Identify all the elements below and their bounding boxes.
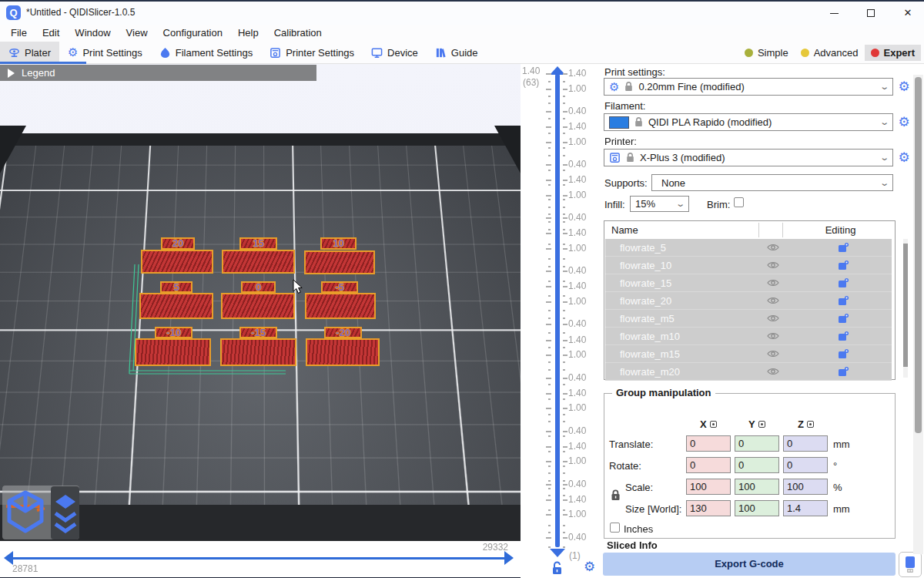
name-column-header[interactable]: Name bbox=[611, 224, 638, 236]
editing-column-header[interactable]: Editing bbox=[785, 224, 896, 236]
supports-dropdown[interactable]: None ⌄ bbox=[651, 174, 893, 191]
edit-object-icon[interactable] bbox=[838, 277, 849, 288]
object-list-row[interactable]: flowrate_5 bbox=[605, 239, 892, 257]
mode-simple[interactable]: Simple bbox=[738, 45, 795, 61]
menu-window[interactable]: Window bbox=[67, 25, 118, 42]
rotate-x-input[interactable] bbox=[686, 457, 731, 473]
translate-x-input[interactable] bbox=[686, 435, 731, 452]
edit-object-icon[interactable] bbox=[838, 242, 849, 253]
object-flowrate-m10[interactable] bbox=[135, 338, 211, 366]
layer-slider-track[interactable] bbox=[555, 74, 560, 547]
minimize-button[interactable] bbox=[816, 2, 852, 25]
print-settings-label: Print settings: bbox=[604, 66, 665, 78]
tab-print-settings[interactable]: ⚙ Print Settings bbox=[59, 42, 151, 63]
object-flowrate-m20[interactable] bbox=[306, 338, 380, 366]
inches-checkbox[interactable] bbox=[610, 523, 620, 533]
scale-x-input[interactable] bbox=[686, 479, 731, 495]
printer-dropdown[interactable]: X-Plus 3 (modified) ⌄ bbox=[604, 149, 893, 166]
column-divider bbox=[758, 223, 759, 237]
editor-view-button[interactable] bbox=[6, 489, 45, 536]
object-flowrate-20[interactable] bbox=[141, 250, 213, 274]
infill-dropdown[interactable]: 15% ⌄ bbox=[630, 196, 689, 212]
menu-calibration[interactable]: Calibration bbox=[266, 25, 330, 42]
visibility-eye-icon[interactable] bbox=[767, 367, 779, 376]
visibility-eye-icon[interactable] bbox=[767, 260, 779, 270]
preset-gear-icon: ⚙ bbox=[609, 80, 619, 94]
edit-object-icon[interactable] bbox=[838, 313, 849, 324]
viewport-3d[interactable]: 20 15 10 5 0 -5 -10 -15 -20 Legend bbox=[0, 64, 521, 541]
brim-checkbox[interactable] bbox=[734, 197, 744, 207]
edit-object-icon[interactable] bbox=[838, 366, 849, 377]
printer-edit-button[interactable]: ⚙ bbox=[897, 151, 911, 165]
export-to-device-button[interactable] bbox=[899, 552, 922, 577]
layer-slider-upper-handle[interactable] bbox=[550, 66, 565, 75]
print-settings-dropdown[interactable]: ⚙ 0.20mm Fine (modified) ⌄ bbox=[604, 78, 893, 96]
object-list-row[interactable]: flowrate_15 bbox=[605, 274, 892, 292]
rotate-z-input[interactable] bbox=[783, 457, 828, 473]
legend-bar[interactable]: Legend bbox=[0, 65, 316, 81]
visibility-eye-icon[interactable] bbox=[767, 278, 779, 287]
visibility-eye-icon[interactable] bbox=[767, 349, 779, 358]
preview-view-button[interactable] bbox=[51, 486, 79, 539]
mode-advanced[interactable]: Advanced bbox=[795, 45, 865, 61]
tab-printer-settings[interactable]: Printer Settings bbox=[261, 42, 363, 63]
filament-dropdown[interactable]: QIDI PLA Rapido (modified) ⌄ bbox=[604, 113, 893, 131]
visibility-eye-icon[interactable] bbox=[767, 243, 779, 252]
moves-slider-track[interactable] bbox=[12, 557, 505, 560]
object-list-row[interactable]: flowrate_m15 bbox=[605, 345, 892, 363]
size-z-input[interactable] bbox=[783, 500, 828, 516]
layer-slider[interactable]: 1.40 (63) (1) ⚙ bbox=[521, 64, 601, 578]
menu-help[interactable]: Help bbox=[230, 25, 266, 42]
object-list-row[interactable]: flowrate_10 bbox=[605, 257, 892, 274]
size-x-input[interactable] bbox=[686, 500, 731, 516]
object-list-row[interactable]: flowrate_m10 bbox=[605, 328, 892, 345]
rotate-y-input[interactable] bbox=[735, 457, 779, 473]
object-list-row[interactable]: flowrate_m20 bbox=[605, 363, 892, 381]
size-y-input[interactable] bbox=[735, 500, 779, 516]
object-flowrate-15[interactable] bbox=[222, 250, 295, 274]
maximize-button[interactable] bbox=[853, 2, 889, 25]
object-flowrate-0[interactable] bbox=[221, 293, 295, 319]
panel-scrollbar-thumb[interactable] bbox=[915, 77, 922, 433]
menu-file[interactable]: File bbox=[3, 25, 35, 42]
scale-y-input[interactable] bbox=[735, 479, 779, 495]
export-gcode-button[interactable]: Export G-code bbox=[603, 553, 896, 576]
filament-edit-button[interactable]: ⚙ bbox=[897, 116, 911, 129]
edit-object-icon[interactable] bbox=[838, 295, 849, 306]
visibility-eye-icon[interactable] bbox=[767, 314, 779, 323]
tab-guide[interactable]: Guide bbox=[427, 42, 487, 63]
translate-y-input[interactable] bbox=[735, 435, 779, 452]
print-settings-edit-button[interactable]: ⚙ bbox=[897, 80, 911, 94]
device-icon bbox=[371, 47, 383, 59]
menu-configuration[interactable]: Configuration bbox=[156, 25, 230, 42]
visibility-eye-icon[interactable] bbox=[767, 331, 779, 341]
sliced-info-label: Sliced Info bbox=[607, 539, 761, 549]
scale-z-input[interactable] bbox=[783, 479, 828, 495]
edit-object-icon[interactable] bbox=[838, 331, 849, 341]
object-list-scrollbar[interactable] bbox=[903, 239, 908, 378]
object-flowrate-m15[interactable] bbox=[220, 338, 296, 366]
object-flowrate-m5[interactable] bbox=[305, 293, 376, 319]
object-flowrate-10[interactable] bbox=[304, 250, 375, 274]
tab-device[interactable]: Device bbox=[363, 42, 427, 63]
layer-lock-icon[interactable] bbox=[551, 561, 563, 575]
close-button[interactable]: ✕ bbox=[890, 2, 924, 25]
moves-slider-right-handle[interactable] bbox=[504, 551, 514, 565]
tab-filament-settings[interactable]: Filament Settings bbox=[151, 42, 261, 63]
object-list-row[interactable]: flowrate_20 bbox=[605, 292, 892, 310]
menu-view[interactable]: View bbox=[119, 25, 156, 42]
menu-edit[interactable]: Edit bbox=[35, 25, 67, 42]
title-bar: Q *Untitled - QIDISlicer-1.0.5 ✕ bbox=[0, 2, 924, 25]
edit-object-icon[interactable] bbox=[838, 260, 849, 271]
visibility-eye-icon[interactable] bbox=[767, 296, 779, 305]
object-list-row[interactable]: flowrate_m5 bbox=[605, 310, 892, 328]
layer-slider-lower-handle[interactable] bbox=[550, 549, 565, 557]
translate-z-input[interactable] bbox=[783, 435, 828, 452]
tab-plater[interactable]: Plater bbox=[0, 42, 59, 63]
object-list-scrollbar-thumb[interactable] bbox=[903, 244, 908, 367]
object-flowrate-5[interactable] bbox=[139, 293, 213, 319]
uniform-scale-lock-icon[interactable] bbox=[611, 489, 621, 502]
mode-expert[interactable]: Expert bbox=[865, 45, 921, 61]
edit-object-icon[interactable] bbox=[838, 348, 849, 359]
layer-slider-settings-icon[interactable]: ⚙ bbox=[584, 559, 595, 575]
